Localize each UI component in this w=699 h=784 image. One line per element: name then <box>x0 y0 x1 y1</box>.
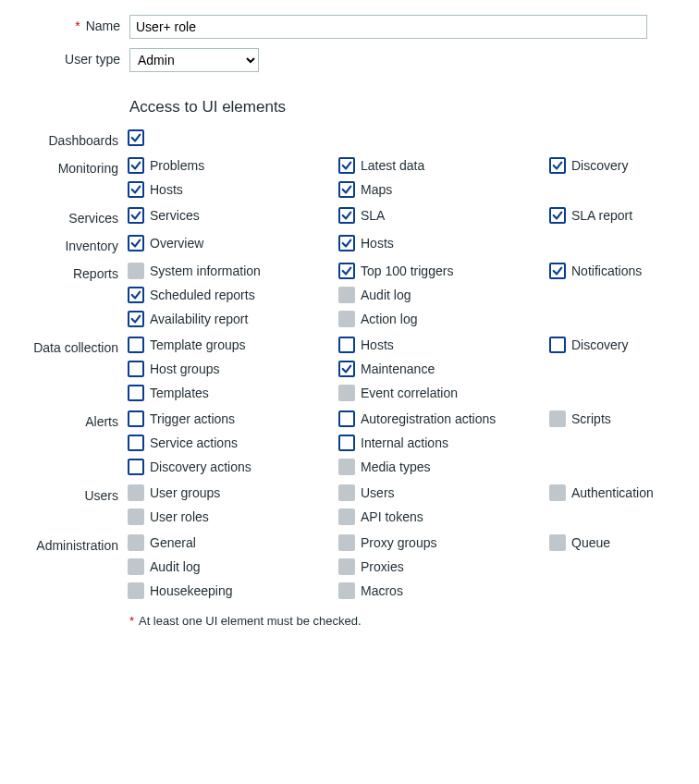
checkbox-alerts-discovery-actions[interactable] <box>128 459 144 475</box>
checkbox-data-collection-template-groups[interactable] <box>128 337 144 353</box>
checkbox-item-reports-audit-log: Audit log <box>338 287 549 303</box>
user-type-select[interactable]: Admin <box>129 48 259 72</box>
checkbox-label-inventory-overview: Overview <box>150 236 203 251</box>
checkbox-label-administration-general: General <box>150 535 196 550</box>
hint-star-icon: * <box>129 614 134 628</box>
checkbox-item-data-collection-host-groups: Host groups <box>128 361 338 377</box>
checkbox-label-alerts-service-actions: Service actions <box>150 435 238 450</box>
name-input[interactable] <box>129 15 647 39</box>
checkbox-label-data-collection-maintenance: Maintenance <box>361 361 435 376</box>
checkbox-reports-action-log <box>338 311 355 327</box>
checkbox-item-monitoring-hosts: Hosts <box>128 181 338 198</box>
checkbox-label-alerts-trigger-actions: Trigger actions <box>150 411 235 426</box>
checkbox-item-data-collection-hosts: Hosts <box>338 337 549 353</box>
checkbox-reports-scheduled-reports[interactable] <box>128 287 144 303</box>
checkbox-item-alerts-autoregistration-actions: Autoregistration actions <box>338 410 549 427</box>
name-row: * Name <box>11 15 688 39</box>
checkbox-label-users-user-roles: User roles <box>150 509 209 524</box>
checkbox-alerts-autoregistration-actions[interactable] <box>338 410 355 427</box>
section-label-administration: Administration <box>11 534 128 553</box>
checkbox-item-monitoring-latest-data: Latest data <box>338 157 549 174</box>
checkbox-label-alerts-media-types: Media types <box>361 459 430 474</box>
checkbox-item-users-user-groups: User groups <box>128 484 338 501</box>
checkbox-administration-queue <box>549 534 566 551</box>
section-label-alerts: Alerts <box>11 410 128 429</box>
checkbox-reports-top-100-triggers[interactable] <box>338 263 355 279</box>
checkbox-item-dashboards-dashboards <box>128 129 338 146</box>
checkbox-inventory-hosts[interactable] <box>338 235 355 251</box>
checkbox-label-administration-proxy-groups: Proxy groups <box>361 535 436 550</box>
checkbox-item-administration-macros: Macros <box>338 582 549 599</box>
checkbox-administration-macros <box>338 582 355 599</box>
checkbox-item-inventory-hosts: Hosts <box>338 235 549 251</box>
user-type-label-text: User type <box>65 52 120 67</box>
checkbox-alerts-trigger-actions[interactable] <box>128 410 144 427</box>
checkbox-label-reports-audit-log: Audit log <box>361 288 411 302</box>
checkbox-item-monitoring-discovery: Discovery <box>549 157 688 174</box>
checkbox-item-alerts-service-actions: Service actions <box>128 435 338 451</box>
checkbox-item-reports-top-100-triggers: Top 100 triggers <box>338 263 549 279</box>
checkbox-label-administration-audit-log: Audit log <box>150 559 200 574</box>
checkbox-item-data-collection-templates: Templates <box>128 385 338 401</box>
checkbox-item-monitoring-maps: Maps <box>338 181 549 198</box>
checkbox-grid-administration: GeneralProxy groupsQueueAudit logProxies… <box>128 534 688 599</box>
checkbox-label-monitoring-hosts: Hosts <box>150 182 183 197</box>
checkbox-data-collection-event-correlation <box>338 385 355 401</box>
checkbox-users-authentication <box>549 484 566 501</box>
checkbox-item-reports-availability-report: Availability report <box>128 311 338 327</box>
section-heading-row: Access to UI elements <box>11 81 688 120</box>
checkbox-administration-proxy-groups <box>338 534 355 551</box>
section-heading: Access to UI elements <box>129 98 688 116</box>
checkbox-label-administration-proxies: Proxies <box>361 559 404 574</box>
checkbox-item-data-collection-maintenance: Maintenance <box>338 361 549 377</box>
checkbox-item-reports-action-log: Action log <box>338 311 549 327</box>
checkbox-item-reports-system-information: System information <box>128 263 338 279</box>
checkbox-reports-notifications[interactable] <box>549 263 566 279</box>
checkbox-item-data-collection-template-groups: Template groups <box>128 337 338 353</box>
checkbox-data-collection-maintenance[interactable] <box>338 361 355 377</box>
section-reports: ReportsSystem informationTop 100 trigger… <box>11 263 688 327</box>
checkbox-monitoring-latest-data[interactable] <box>338 157 355 174</box>
checkbox-monitoring-hosts[interactable] <box>128 181 144 198</box>
checkbox-monitoring-discovery[interactable] <box>549 157 566 174</box>
checkbox-data-collection-discovery[interactable] <box>549 337 566 353</box>
checkbox-alerts-service-actions[interactable] <box>128 435 144 451</box>
user-type-label: User type <box>11 48 129 67</box>
checkbox-reports-availability-report[interactable] <box>128 311 144 327</box>
checkbox-item-administration-proxies: Proxies <box>338 558 549 575</box>
checkbox-grid-dashboards <box>128 129 688 146</box>
section-label-services: Services <box>11 207 128 226</box>
checkbox-label-alerts-discovery-actions: Discovery actions <box>150 459 251 474</box>
checkbox-services-services[interactable] <box>128 207 144 224</box>
checkbox-services-sla[interactable] <box>338 207 355 224</box>
checkbox-label-data-collection-discovery: Discovery <box>571 337 628 352</box>
checkbox-alerts-media-types <box>338 459 355 475</box>
checkbox-dashboards-dashboards[interactable] <box>128 129 144 146</box>
checkbox-data-collection-hosts[interactable] <box>338 337 355 353</box>
checkbox-item-users-user-roles: User roles <box>128 508 338 525</box>
section-label-data-collection: Data collection <box>11 337 128 355</box>
checkbox-label-users-api-tokens: API tokens <box>361 509 423 524</box>
section-administration: AdministrationGeneralProxy groupsQueueAu… <box>11 534 688 599</box>
checkbox-item-data-collection-event-correlation: Event correlation <box>338 385 549 401</box>
checkbox-monitoring-problems[interactable] <box>128 157 144 174</box>
checkbox-label-data-collection-template-groups: Template groups <box>150 337 246 352</box>
checkbox-label-monitoring-problems: Problems <box>150 158 204 173</box>
checkbox-item-alerts-discovery-actions: Discovery actions <box>128 459 338 475</box>
checkbox-item-administration-housekeeping: Housekeeping <box>128 582 338 599</box>
section-data-collection: Data collectionTemplate groupsHostsDisco… <box>11 337 688 401</box>
checkbox-item-alerts-trigger-actions: Trigger actions <box>128 410 338 427</box>
checkbox-data-collection-templates[interactable] <box>128 385 144 401</box>
checkbox-alerts-internal-actions[interactable] <box>338 435 355 451</box>
checkbox-services-sla-report[interactable] <box>549 207 566 224</box>
checkbox-item-services-sla-report: SLA report <box>549 207 688 224</box>
section-label-reports: Reports <box>11 263 128 281</box>
checkbox-item-administration-general: General <box>128 534 338 551</box>
checkbox-monitoring-maps[interactable] <box>338 181 355 198</box>
checkbox-label-services-sla-report: SLA report <box>571 208 632 223</box>
checkbox-data-collection-host-groups[interactable] <box>128 361 144 377</box>
section-label-monitoring: Monitoring <box>11 157 128 176</box>
checkbox-grid-services: ServicesSLASLA report <box>128 207 688 224</box>
checkbox-inventory-overview[interactable] <box>128 235 144 251</box>
section-label-inventory: Inventory <box>11 235 128 253</box>
